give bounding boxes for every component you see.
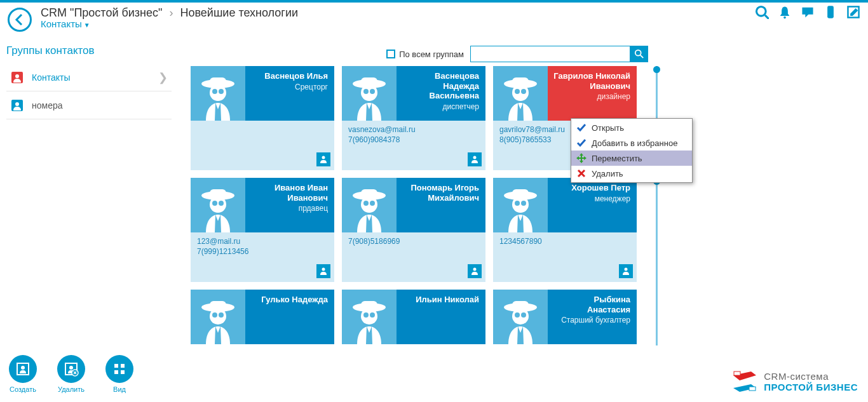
svg-rect-37 xyxy=(114,364,118,368)
svg-point-23 xyxy=(322,156,325,159)
sidebar-item-label: номера xyxy=(32,100,168,111)
checkbox-icon xyxy=(386,50,395,58)
contact-card[interactable]: Ильин Николай xyxy=(342,290,485,344)
svg-rect-38 xyxy=(121,364,125,368)
contact-name: Пономарь Игорь Михайлович xyxy=(402,183,479,203)
delete-label: Удалить xyxy=(58,385,85,393)
svg-rect-40 xyxy=(121,370,125,374)
svg-point-12 xyxy=(756,6,766,16)
svg-point-24 xyxy=(473,156,477,159)
svg-point-21 xyxy=(635,50,641,56)
numbers-icon xyxy=(9,97,25,114)
context-menu-item[interactable]: Добавить в избранное xyxy=(571,135,692,151)
sidebar-item-contacts[interactable]: Контакты ❯ xyxy=(6,64,172,91)
contact-name: Гаврилов Николай Иванович xyxy=(553,71,630,91)
contact-details-button[interactable] xyxy=(619,264,633,278)
sidebar-item-numbers[interactable]: номера xyxy=(6,91,172,119)
check-icon xyxy=(576,123,587,133)
search-button[interactable] xyxy=(630,46,648,62)
brand-logo: CRM-система ПРОСТОЙ БИЗНЕС xyxy=(732,370,858,393)
svg-point-33 xyxy=(21,366,25,370)
delete-button[interactable]: Удалить xyxy=(57,355,85,393)
search-icon[interactable] xyxy=(754,4,770,20)
contact-card[interactable]: Пономарь Игорь Михайлович 7(908)5186969 xyxy=(342,178,485,282)
contact-name: Иванов Иван Иванович xyxy=(250,183,328,203)
contact-details-button[interactable] xyxy=(468,264,482,278)
back-button[interactable] xyxy=(8,8,32,32)
header: CRM "Простой бизнес" › Новейшие технолог… xyxy=(0,3,868,38)
search-row: По всем группам xyxy=(191,46,648,62)
breadcrumb-root[interactable]: CRM "Простой бизнес" xyxy=(41,6,162,19)
contact-details-button[interactable] xyxy=(316,264,330,278)
contact-email[interactable]: 7(908)5186969 xyxy=(348,236,479,246)
all-groups-checkbox[interactable]: По всем группам xyxy=(386,50,464,59)
phone-icon[interactable] xyxy=(822,4,839,20)
context-menu-item[interactable]: Открыть xyxy=(571,120,692,135)
context-menu: ОткрытьДобавить в избранноеПереместитьУд… xyxy=(571,118,693,183)
search-input[interactable] xyxy=(470,46,630,62)
sidebar-title: Группы контактов xyxy=(6,44,172,57)
context-menu-label: Открыть xyxy=(592,123,624,133)
avatar-icon xyxy=(493,178,548,232)
contact-card[interactable]: Рыбкина Анастасия Старший бухгалтер xyxy=(493,290,637,344)
chevron-right-icon: ❯ xyxy=(158,70,168,84)
footer-actions: Создать Удалить Вид xyxy=(9,355,133,393)
create-button[interactable]: Создать xyxy=(9,355,37,393)
contact-name: Хорошев Петр xyxy=(553,183,630,193)
breadcrumb: CRM "Простой бизнес" › Новейшие технолог… xyxy=(41,6,298,29)
avatar-icon xyxy=(191,290,245,344)
contact-name: Гулько Надежда xyxy=(250,295,328,305)
context-menu-item[interactable]: Переместить xyxy=(571,151,692,166)
avatar-icon xyxy=(342,66,397,121)
contact-phone[interactable]: 7(999)1213456 xyxy=(197,246,328,257)
chevron-down-icon: ▼ xyxy=(84,22,90,29)
bell-icon[interactable] xyxy=(776,4,793,20)
avatar-icon xyxy=(191,178,245,232)
svg-point-18 xyxy=(15,74,19,78)
contact-details-button[interactable] xyxy=(316,152,330,166)
avatar-icon xyxy=(342,178,397,232)
contact-card[interactable]: Хорошев Петр менеджер 1234567890 xyxy=(493,178,637,282)
brand-line1: CRM-система xyxy=(764,371,858,382)
svg-rect-39 xyxy=(114,370,118,374)
contact-role: прдавец xyxy=(250,204,328,213)
contact-card[interactable]: Васнецова Надежда Васильевна диспетчер v… xyxy=(342,66,485,170)
contact-name: Рыбкина Анастасия xyxy=(553,295,630,314)
avatar-icon xyxy=(342,290,397,344)
avatar-icon xyxy=(493,66,548,121)
svg-rect-42 xyxy=(749,387,756,391)
contact-email[interactable]: 1234567890 xyxy=(499,236,630,246)
contact-role: дизайнер xyxy=(553,92,630,101)
svg-point-35 xyxy=(69,366,73,370)
context-menu-item[interactable]: Удалить xyxy=(571,166,692,181)
breadcrumb-current[interactable]: Новейшие технологии xyxy=(180,6,298,19)
contact-role: диспетчер xyxy=(402,102,479,111)
contact-name: Васнецов Илья xyxy=(250,71,328,81)
view-button[interactable]: Вид xyxy=(105,355,133,393)
breadcrumb-dropdown[interactable]: Контакты▼ xyxy=(41,18,298,29)
all-groups-label: По всем группам xyxy=(399,50,464,59)
sidebar-item-label: Контакты xyxy=(32,72,158,83)
contact-card[interactable]: Гулько Надежда xyxy=(191,290,334,344)
sidebar: Группы контактов Контакты ❯ номера xyxy=(6,44,172,119)
contact-email[interactable]: 123@mail.ru xyxy=(197,236,328,246)
breadcrumb-separator-icon: › xyxy=(169,6,173,19)
edit-icon[interactable] xyxy=(845,4,862,20)
context-menu-label: Переместить xyxy=(592,154,642,163)
contact-role: менеджер xyxy=(553,194,630,203)
del-icon xyxy=(576,168,587,178)
contacts-icon xyxy=(9,69,25,86)
svg-point-26 xyxy=(322,268,325,271)
contacts-grid: Васнецов Илья Срецторг Васнецова Надежда… xyxy=(191,66,648,394)
avatar-icon xyxy=(191,66,245,121)
svg-rect-15 xyxy=(827,6,834,18)
contact-email[interactable]: vasnezova@mail.ru xyxy=(348,124,479,135)
logo-icon xyxy=(732,370,757,393)
contact-phone[interactable]: 7(960)9084378 xyxy=(348,135,479,145)
contact-card[interactable]: Васнецов Илья Срецторг xyxy=(191,66,334,170)
contact-card[interactable]: Иванов Иван Иванович прдавец 123@mail.ru… xyxy=(191,178,334,282)
chat-icon[interactable] xyxy=(799,4,816,20)
svg-line-22 xyxy=(641,55,643,58)
avatar-icon xyxy=(493,290,548,344)
contact-details-button[interactable] xyxy=(468,152,482,166)
